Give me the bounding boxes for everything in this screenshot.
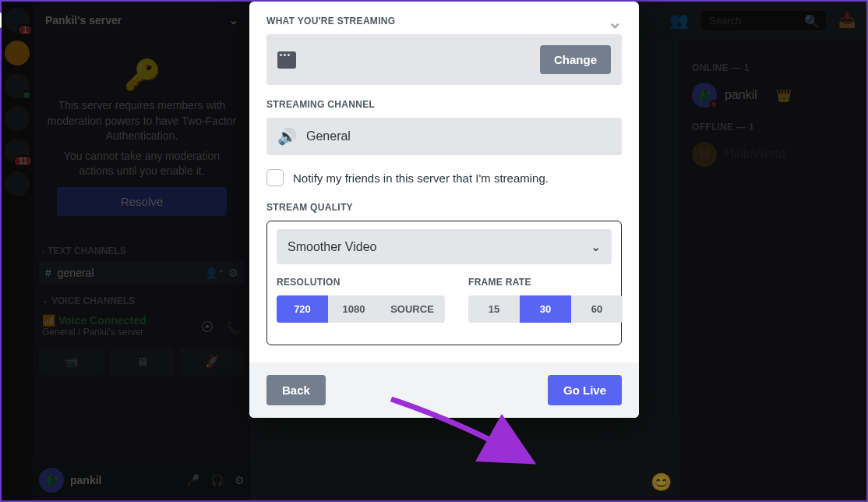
window-icon bbox=[277, 51, 296, 69]
chevron-down-icon[interactable]: ⌄ bbox=[608, 12, 622, 33]
res-source[interactable]: SOURCE bbox=[379, 295, 445, 323]
fps-60[interactable]: 60 bbox=[571, 295, 623, 323]
back-button[interactable]: Back bbox=[266, 375, 326, 405]
fps-15[interactable]: 15 bbox=[468, 295, 520, 323]
speaker-icon: 🔊 bbox=[277, 127, 297, 146]
section-header: WHAT YOU'RE STREAMING ⌄ bbox=[266, 16, 622, 27]
dropdown-value: Smoother Video bbox=[288, 240, 376, 254]
fps-30[interactable]: 30 bbox=[520, 295, 571, 323]
change-button[interactable]: Change bbox=[540, 45, 611, 74]
channel-name: General bbox=[306, 129, 351, 143]
stream-modal: WHAT YOU'RE STREAMING ⌄ Change STREAMING… bbox=[249, 2, 639, 418]
resolution-header: RESOLUTION bbox=[277, 277, 445, 288]
section-header: STREAM QUALITY bbox=[266, 202, 622, 213]
res-1080[interactable]: 1080 bbox=[328, 295, 379, 323]
go-live-button[interactable]: Go Live bbox=[548, 375, 622, 405]
chevron-down-icon: ⌄ bbox=[591, 239, 601, 254]
res-720[interactable]: 720 bbox=[277, 295, 328, 323]
framerate-segment: 15 30 60 bbox=[468, 295, 623, 323]
notify-label: Notify my friends in this server that I'… bbox=[293, 171, 549, 185]
emoji-button[interactable]: 😊 bbox=[651, 472, 672, 493]
stream-channel-row[interactable]: 🔊 General bbox=[266, 118, 622, 155]
framerate-header: FRAME RATE bbox=[468, 277, 623, 288]
quality-dropdown[interactable]: Smoother Video ⌄ bbox=[277, 229, 612, 264]
section-header: STREAMING CHANNEL bbox=[266, 99, 622, 110]
notify-checkbox[interactable]: Notify my friends in this server that I'… bbox=[266, 169, 622, 186]
stream-source-row: Change bbox=[266, 34, 622, 85]
checkbox-icon[interactable] bbox=[266, 169, 284, 186]
quality-box: Smoother Video ⌄ RESOLUTION 720 1080 SOU… bbox=[266, 221, 622, 345]
resolution-segment: 720 1080 SOURCE bbox=[277, 295, 445, 323]
